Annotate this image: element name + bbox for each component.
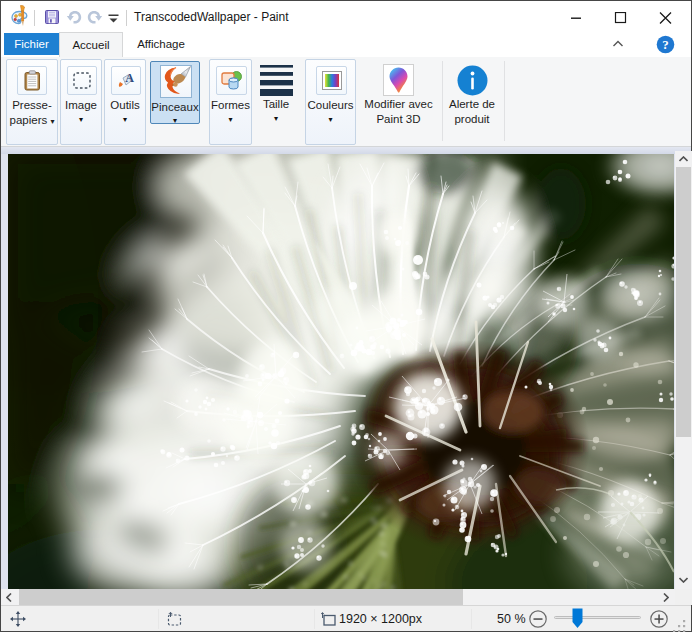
- svg-text:?: ?: [662, 37, 669, 52]
- svg-text:A: A: [125, 71, 134, 85]
